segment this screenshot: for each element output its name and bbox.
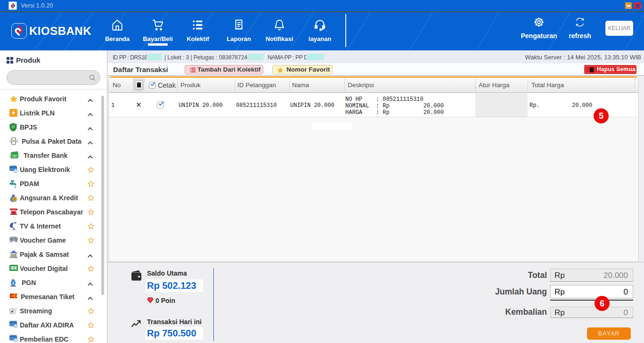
svg-text:$: $: [14, 197, 16, 201]
